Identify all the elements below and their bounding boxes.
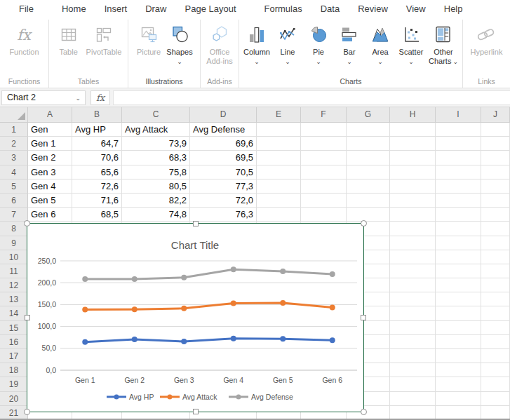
cell-H10[interactable]	[390, 250, 436, 264]
cell-D5[interactable]: 77,3	[190, 179, 257, 194]
cell-I8[interactable]	[436, 222, 481, 236]
data-point-marker[interactable]	[82, 339, 88, 345]
row-header-9[interactable]: 9	[0, 236, 28, 250]
data-point-marker[interactable]	[132, 306, 137, 312]
cell-J18[interactable]	[481, 363, 510, 377]
data-point-marker[interactable]	[82, 307, 88, 313]
data-point-marker[interactable]	[181, 275, 187, 280]
cell-E1[interactable]	[257, 123, 301, 137]
cell-J16[interactable]	[481, 335, 510, 349]
cell-I20[interactable]	[436, 392, 481, 406]
cell-G1[interactable]	[347, 123, 390, 137]
cell-C3[interactable]: 68,3	[122, 151, 190, 165]
row-header-17[interactable]: 17	[0, 349, 28, 363]
data-point-marker[interactable]	[231, 300, 236, 306]
resize-handle-bottom-right[interactable]	[361, 409, 367, 415]
office-addins-button[interactable]: Office Add-ins	[204, 24, 235, 67]
other-charts-button[interactable]: Other Charts	[427, 24, 460, 67]
cell-J2[interactable]	[481, 137, 510, 151]
cell-I7[interactable]	[436, 208, 481, 222]
pivottable-button[interactable]: PivotTable	[84, 24, 124, 57]
name-box-chevron-icon[interactable]	[75, 91, 81, 105]
cell-F3[interactable]	[301, 151, 347, 165]
cell-I18[interactable]	[436, 363, 481, 377]
cell-H21[interactable]	[390, 406, 436, 420]
name-box[interactable]: Chart 2	[1, 90, 86, 105]
picture-button[interactable]: Picture	[133, 24, 164, 57]
cell-B5[interactable]: 72,6	[72, 179, 122, 194]
chart-title[interactable]: Chart Title	[171, 239, 219, 251]
cell-J5[interactable]	[481, 179, 510, 194]
cell-B2[interactable]: 64,7	[72, 137, 122, 151]
data-point-marker[interactable]	[181, 339, 187, 344]
cell-H3[interactable]	[390, 151, 436, 165]
pie-chart-button[interactable]: Pie	[303, 24, 334, 65]
cell-C5[interactable]: 80,5	[122, 179, 190, 194]
series-line-avg-hp[interactable]	[85, 339, 333, 342]
cell-F5[interactable]	[301, 179, 347, 194]
data-point-marker[interactable]	[132, 337, 137, 342]
cell-G4[interactable]	[347, 165, 390, 179]
cell-J6[interactable]	[481, 194, 510, 208]
data-point-marker[interactable]	[280, 336, 286, 341]
tab-formulas[interactable]: Formulas	[255, 0, 311, 20]
cell-H4[interactable]	[390, 165, 436, 179]
cell-I16[interactable]	[436, 335, 481, 349]
cell-J3[interactable]	[481, 151, 510, 165]
row-header-13[interactable]: 13	[0, 292, 28, 306]
tab-page-layout[interactable]: Page Layout	[176, 0, 246, 20]
cell-I4[interactable]	[436, 165, 481, 179]
cell-D6[interactable]: 72,0	[190, 194, 257, 208]
data-point-marker[interactable]	[231, 266, 236, 272]
row-header-15[interactable]: 15	[0, 321, 28, 335]
cell-C2[interactable]: 73,9	[122, 137, 190, 151]
col-header-H[interactable]: H	[390, 107, 436, 123]
cell-A2[interactable]: Gen 1	[28, 137, 72, 151]
row-header-5[interactable]: 5	[0, 179, 28, 194]
col-header-I[interactable]: I	[436, 107, 481, 123]
cell-B7[interactable]: 68,5	[72, 208, 122, 222]
legend-label-avg-hp[interactable]: Avg HP	[129, 393, 154, 401]
cell-F2[interactable]	[301, 137, 347, 151]
row-header-16[interactable]: 16	[0, 335, 28, 349]
col-header-G[interactable]: G	[347, 107, 390, 123]
col-header-E[interactable]: E	[257, 107, 301, 123]
tab-help[interactable]: Help	[435, 0, 472, 20]
cell-H13[interactable]	[390, 292, 436, 306]
cell-I3[interactable]	[436, 151, 481, 165]
cell-I2[interactable]	[436, 137, 481, 151]
cell-C4[interactable]: 75,8	[122, 165, 190, 179]
cell-H18[interactable]	[390, 363, 436, 377]
data-point-marker[interactable]	[181, 306, 187, 311]
cell-I11[interactable]	[436, 264, 481, 278]
series-line-avg-attack[interactable]	[85, 303, 333, 309]
row-header-12[interactable]: 12	[0, 278, 28, 292]
cell-A4[interactable]: Gen 3	[28, 165, 72, 179]
cell-C6[interactable]: 82,2	[122, 194, 190, 208]
col-header-B[interactable]: B	[72, 107, 122, 123]
cell-J7[interactable]	[481, 208, 510, 222]
cell-B3[interactable]: 70,6	[72, 151, 122, 165]
row-header-6[interactable]: 6	[0, 194, 28, 208]
bar-chart-button[interactable]: Bar	[334, 24, 365, 65]
tab-draw[interactable]: Draw	[136, 0, 175, 20]
cell-I15[interactable]	[436, 321, 481, 335]
column-chart-button[interactable]: Column	[241, 24, 272, 65]
col-header-D[interactable]: D	[190, 107, 257, 123]
tab-home[interactable]: Home	[53, 0, 95, 20]
cell-D1[interactable]: Avg Defense	[190, 123, 257, 137]
resize-handle-middle-right[interactable]	[361, 315, 366, 320]
resize-handle-top-right[interactable]	[361, 220, 367, 226]
cell-H15[interactable]	[390, 321, 436, 335]
cell-E5[interactable]	[257, 179, 301, 194]
data-point-marker[interactable]	[330, 271, 335, 277]
cell-I1[interactable]	[436, 123, 481, 137]
cell-J1[interactable]	[481, 123, 510, 137]
data-point-marker[interactable]	[132, 276, 137, 282]
function-button[interactable]: fx Function	[7, 24, 41, 57]
cell-J11[interactable]	[481, 264, 510, 278]
data-point-marker[interactable]	[330, 305, 335, 311]
cell-B1[interactable]: Avg HP	[72, 123, 122, 137]
cell-E3[interactable]	[257, 151, 301, 165]
row-header-3[interactable]: 3	[0, 151, 28, 165]
